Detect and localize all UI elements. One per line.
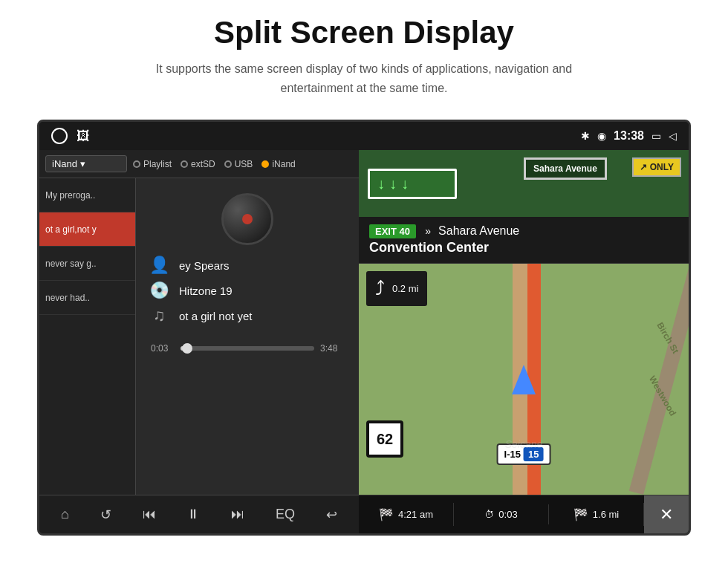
tab-playlist-label: Playlist — [143, 159, 172, 169]
playlist-item-3[interactable]: never had.. — [39, 281, 135, 315]
distance-label: 0.2 mi — [392, 283, 418, 294]
highway-label: I-15 — [504, 449, 521, 460]
music-note-icon: ♫ — [148, 306, 170, 325]
exit-arrow-right: ↓ — [401, 175, 409, 192]
only-sign: ↗ ONLY — [632, 157, 681, 177]
navigation-arrow — [512, 365, 536, 394]
time-label-nav: 0:03 — [498, 509, 517, 520]
highway-sign-i15: ↓ ↓ ↓ — [368, 169, 457, 199]
song-name: ot a girl not yet — [179, 310, 252, 322]
playlist-item-3-label: never had.. — [45, 293, 90, 303]
exit-badge: EXIT 40 — [369, 224, 416, 238]
exit-line1: EXIT 40 » Sahara Avenue — [369, 224, 678, 238]
status-time: 13:38 — [614, 129, 644, 143]
repeat-button[interactable]: ↺ — [93, 502, 119, 527]
sahara-label: Sahara Avenue — [533, 163, 597, 174]
next-button[interactable]: ⏭ — [224, 502, 252, 527]
back-button[interactable]: ↩ — [319, 502, 345, 527]
playlist-item-label: My preroga.. — [45, 190, 95, 201]
exit-announcement: EXIT 40 » Sahara Avenue Convention Cente… — [359, 217, 689, 264]
only-sign-arrow: ↗ — [640, 162, 649, 172]
tab-inand-label: iNand — [272, 159, 295, 169]
sahara-sign: Sahara Avenue — [524, 157, 607, 180]
radio-dot-playlist — [133, 160, 140, 168]
radio-dot-extsd — [181, 160, 188, 168]
prev-button[interactable]: ⏮ — [135, 502, 163, 527]
main-content: iNand ▾ Playlist extSD USB — [39, 150, 689, 533]
arrow-down-icon: ↓ — [377, 175, 385, 192]
track-info: 👤 ey Spears 💿 Hitzone 19 ♫ ot a girl not… — [148, 256, 347, 325]
turn-icon: ⤴ — [375, 277, 385, 300]
source-tab-inand[interactable]: iNand — [261, 159, 295, 169]
tab-extsd-label: extSD — [191, 159, 215, 169]
time-current: 0:03 — [151, 343, 175, 354]
status-bar: 🖼 ✱ ◉ 13:38 ▭ ◁ — [39, 122, 689, 150]
tab-usb-label: USB — [235, 159, 253, 169]
exit-destination-line2: Convention Center — [369, 240, 678, 256]
artist-row: 👤 ey Spears — [148, 256, 347, 275]
exit-destination-line1: Sahara Avenue — [438, 224, 519, 237]
screen-record-icon: ▭ — [651, 130, 661, 142]
location-icon: ◉ — [597, 130, 606, 142]
progress-thumb — [182, 343, 192, 354]
nav-bottom: 🏁 4:21 am ⏱ 0:03 🏁 1.6 mi ✕ — [359, 495, 689, 533]
sidebar-playlist: My preroga.. ot a girl,not y never say g… — [39, 178, 136, 495]
status-left: 🖼 — [51, 128, 90, 144]
nav-panel: ↓ ↓ ↓ ↗ ONLY Sahara Avenue — [359, 150, 689, 533]
source-row: iNand ▾ Playlist extSD USB — [39, 150, 359, 178]
turn-details: 0.2 mi — [392, 283, 418, 294]
flag-icon-2: 🏁 — [573, 507, 588, 521]
image-icon: 🖼 — [77, 129, 90, 144]
page-subtitle: It supports the same screen display of t… — [141, 59, 587, 97]
progress-bar[interactable] — [181, 346, 314, 351]
album-row — [148, 193, 347, 251]
progress-area: 0:03 3:48 — [148, 343, 347, 354]
exit-arrow-left: ↓ — [377, 175, 385, 192]
album-art — [221, 193, 273, 245]
playlist-area: My preroga.. ot a girl,not y never say g… — [39, 178, 359, 495]
source-dropdown[interactable]: iNand ▾ — [45, 155, 127, 172]
i15-badge: 15 — [524, 447, 543, 461]
playlist-item-active[interactable]: ot a girl,not y — [39, 212, 135, 247]
source-tab-usb[interactable]: USB — [224, 159, 253, 169]
nav-stat-dist: 🏁 1.6 mi — [549, 503, 644, 526]
source-label: iNand — [52, 158, 77, 169]
person-icon: 👤 — [148, 256, 170, 275]
album-row-info: 💿 Hitzone 19 — [148, 281, 347, 300]
source-tab-extsd[interactable]: extSD — [181, 159, 215, 169]
source-tabs: Playlist extSD USB iNand — [133, 159, 296, 169]
song-row: ♫ ot a girl not yet — [148, 306, 347, 325]
radio-dot-inand — [261, 160, 269, 168]
playlist-item[interactable]: My preroga.. — [39, 178, 135, 212]
clock-icon: ⏱ — [484, 509, 494, 520]
playlist-item-2[interactable]: never say g.. — [39, 247, 135, 281]
exit-arrow-center: ↓ — [389, 175, 397, 192]
nav-close-button[interactable]: ✕ — [644, 495, 689, 533]
flag-icon-1: 🏁 — [379, 507, 394, 521]
nav-stat-time: ⏱ 0:03 — [454, 504, 549, 524]
playlist-item-active-label: ot a girl,not y — [45, 224, 97, 235]
close-icon: ✕ — [660, 505, 673, 524]
album-center-dot — [242, 214, 253, 224]
album-name: Hitzone 19 — [179, 284, 233, 297]
disc-icon: 💿 — [148, 281, 170, 300]
highway-top: ↓ ↓ ↓ ↗ ONLY Sahara Avenue — [359, 150, 689, 217]
eq-button[interactable]: EQ — [268, 502, 302, 527]
turn-instruction: ⤴ 0.2 mi here — [366, 271, 427, 306]
distance-label-nav: 1.6 mi — [593, 509, 619, 520]
exit-arrow-next: » — [425, 225, 431, 237]
time-total: 3:48 — [320, 343, 344, 354]
artist-name: ey Spears — [179, 259, 230, 272]
arrow-down-icon-2: ↓ — [389, 175, 397, 192]
status-right: ✱ ◉ 13:38 ▭ ◁ — [581, 129, 677, 143]
device-frame: 🖼 ✱ ◉ 13:38 ▭ ◁ iNand ▾ Playlist — [37, 120, 691, 536]
arrow-down-icon-3: ↓ — [401, 175, 409, 192]
radio-dot-usb — [224, 160, 232, 168]
pause-button[interactable]: ⏸ — [179, 502, 207, 527]
bluetooth-icon: ✱ — [581, 130, 590, 142]
source-tab-playlist[interactable]: Playlist — [133, 159, 172, 169]
highway-badge: I-15 15 — [497, 443, 551, 465]
home-button[interactable]: ⌂ — [53, 502, 77, 527]
back-icon: ◁ — [669, 130, 677, 142]
only-label: ONLY — [650, 162, 674, 172]
